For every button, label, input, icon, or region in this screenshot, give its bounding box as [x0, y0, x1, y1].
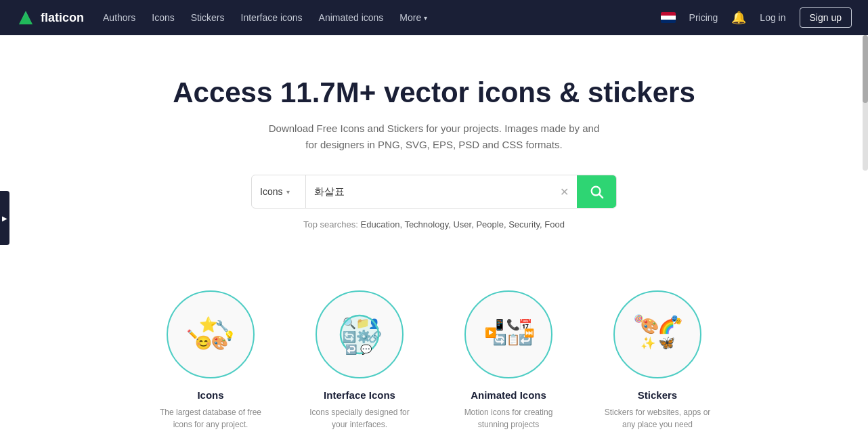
main-nav: flaticon Authors Icons Stickers Interfac… [0, 0, 868, 35]
category-icons[interactable]: ⭐ 😊 🎨 🔧 ✏️ 💡 Icons The largest database … [156, 290, 265, 431]
svg-text:↩️: ↩️ [345, 344, 357, 355]
search-type-dropdown[interactable]: Icons ▾ [252, 175, 306, 208]
svg-text:🎭: 🎭 [670, 314, 682, 326]
top-searches-label: Top searches: [303, 219, 358, 230]
svg-text:✏️: ✏️ [187, 329, 199, 341]
search-icon [589, 184, 604, 199]
scroll-thumb[interactable] [863, 35, 868, 103]
category-interface-circle: 🔍 📁 👤 🔄 ⚙️ 🔗 ↩️ 💬 [316, 290, 404, 378]
category-stickers[interactable]: 🎨 🌈 ✨ 🦋 🍭 🎭 Stickers Stickers for websit… [603, 290, 712, 431]
stickers-illustration: 🎨 🌈 ✨ 🦋 🍭 🎭 [620, 297, 695, 372]
side-tab-arrow-icon: ▶ [2, 215, 7, 222]
svg-text:💡: 💡 [223, 330, 236, 342]
top-search-user[interactable]: User, [453, 219, 473, 230]
nav-links: Authors Icons Stickers Interface icons A… [103, 12, 642, 23]
category-interface[interactable]: 🔍 📁 👤 🔄 ⚙️ 🔗 ↩️ 💬 Interface Icons Icons … [305, 290, 414, 431]
animated-illustration: 📱 📞 📅 🔄 📋 ↩️ ▶️ ⏭️ [471, 297, 546, 372]
icons-illustration: ⭐ 😊 🎨 🔧 ✏️ 💡 [173, 297, 248, 372]
svg-line-3 [599, 195, 603, 198]
language-flag[interactable] [661, 12, 676, 23]
category-icons-circle: ⭐ 😊 🎨 🔧 ✏️ 💡 [167, 290, 255, 378]
svg-text:✨: ✨ [641, 336, 656, 351]
nav-signup-button[interactable]: Sign up [800, 7, 852, 28]
nav-login-link[interactable]: Log in [760, 12, 785, 23]
search-box: Icons ▾ ✕ [251, 175, 617, 209]
search-type-label: Icons [260, 186, 282, 197]
nav-notifications-bell[interactable]: 🔔 [731, 10, 746, 25]
category-animated-circle: 📱 📞 📅 🔄 📋 ↩️ ▶️ ⏭️ [464, 290, 552, 378]
categories-section: ⭐ 😊 🎨 🔧 ✏️ 💡 Icons The largest database … [0, 290, 868, 436]
top-searches: Top searches: Education, Technology, Use… [14, 219, 854, 230]
category-stickers-desc: Stickers for websites, apps or any place… [603, 406, 712, 431]
svg-marker-1 [19, 14, 32, 24]
scrollbar[interactable] [863, 35, 868, 171]
category-icons-title: Icons [156, 389, 265, 401]
nav-link-authors[interactable]: Authors [103, 12, 135, 23]
svg-text:🍭: 🍭 [634, 314, 646, 326]
category-stickers-circle: 🎨 🌈 ✨ 🦋 🍭 🎭 [613, 290, 701, 378]
top-search-security[interactable]: Security, [508, 219, 542, 230]
nav-logo[interactable]: flaticon [16, 8, 84, 27]
search-submit-button[interactable] [577, 175, 616, 208]
nav-link-icons[interactable]: Icons [152, 12, 174, 23]
nav-link-more[interactable]: More ▾ [399, 12, 427, 23]
category-icons-desc: The largest database of free icons for a… [156, 406, 265, 431]
flaticon-logo-icon [16, 8, 35, 27]
nav-pricing-link[interactable]: Pricing [689, 12, 718, 23]
hero-section: Access 11.7M+ vector icons & stickers Do… [0, 35, 868, 290]
top-search-technology[interactable]: Technology, [404, 219, 450, 230]
nav-link-animated[interactable]: Animated icons [319, 12, 384, 23]
nav-link-interface[interactable]: Interface icons [241, 12, 303, 23]
category-animated-title: Animated Icons [454, 389, 563, 401]
top-search-food[interactable]: Food [544, 219, 565, 230]
category-animated-desc: Motion icons for creating stunning proje… [454, 406, 563, 431]
nav-logo-text: flaticon [41, 11, 84, 25]
svg-text:🦋: 🦋 [658, 334, 675, 351]
category-animated[interactable]: 📱 📞 📅 🔄 📋 ↩️ ▶️ ⏭️ Animated Icons Motion… [454, 290, 563, 431]
svg-text:⏭️: ⏭️ [524, 328, 534, 338]
category-stickers-title: Stickers [603, 389, 712, 401]
svg-text:💬: 💬 [360, 344, 372, 355]
dropdown-arrow-icon: ▾ [286, 188, 290, 196]
nav-right: Pricing 🔔 Log in Sign up [661, 7, 852, 28]
search-container: Icons ▾ ✕ [14, 175, 854, 209]
hero-subtitle: Download Free Icons and Stickers for you… [265, 121, 603, 153]
top-search-education[interactable]: Education, [361, 219, 402, 230]
category-interface-desc: Icons specially designed for your interf… [305, 406, 414, 431]
svg-text:📋: 📋 [506, 333, 520, 346]
side-panel-toggle[interactable]: ▶ [0, 191, 9, 245]
top-search-people[interactable]: People, [476, 219, 506, 230]
svg-text:📞: 📞 [506, 318, 520, 331]
interface-illustration: 🔍 📁 👤 🔄 ⚙️ 🔗 ↩️ 💬 [322, 297, 397, 372]
hero-title: Access 11.7M+ vector icons & stickers [14, 76, 854, 110]
search-clear-button[interactable]: ✕ [552, 186, 577, 198]
search-input[interactable] [306, 186, 552, 198]
nav-link-stickers[interactable]: Stickers [191, 12, 225, 23]
category-interface-title: Interface Icons [305, 389, 414, 401]
svg-text:▶️: ▶️ [485, 327, 497, 339]
more-chevron-icon: ▾ [424, 14, 427, 22]
